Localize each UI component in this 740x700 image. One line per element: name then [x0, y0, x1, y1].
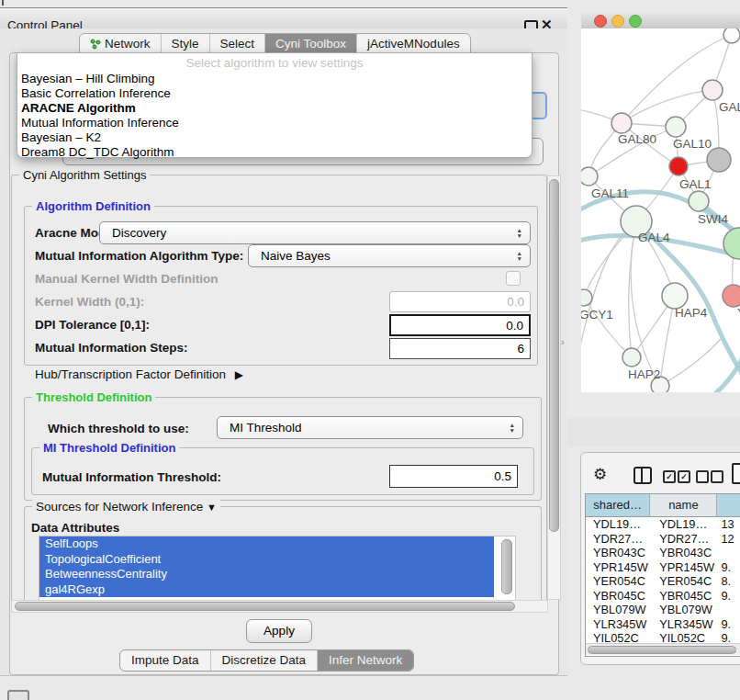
algorithm-option-bayesian-k2[interactable]: Bayesian – K2 [17, 130, 532, 145]
node-gal11[interactable] [581, 167, 598, 186]
attribute-topologicalcoefficient[interactable]: TopologicalCoefficient [39, 552, 494, 568]
algorithm-dropdown-list: Select algorithm to view settings Bayesi… [17, 52, 533, 158]
aracne-mode-combo[interactable]: Discovery ▲▼ [99, 221, 531, 244]
which-threshold-combo[interactable]: MI Threshold ▲▼ [217, 416, 523, 439]
node-label: GAL1 [679, 177, 712, 191]
spinner-arrows-icon: ▲▼ [517, 228, 530, 238]
manual-kernel-checkbox[interactable] [506, 271, 521, 286]
zoom-window-icon[interactable] [629, 15, 642, 28]
algorithm-option-aracne-algorithm[interactable]: ARACNE Algorithm [17, 101, 532, 116]
algorithm-option-bayesian-hill-climbing[interactable]: Bayesian – Hill Climbing [17, 72, 532, 86]
table-cell: YDR27… [650, 532, 717, 547]
table-row[interactable]: YBR045CYBR045C9. [586, 589, 740, 604]
table-cell [717, 603, 740, 617]
horizontal-scroll-thumb[interactable] [15, 602, 515, 611]
table-cell: 12 [717, 532, 740, 547]
minimize-window-icon[interactable] [611, 15, 624, 28]
column-header-shared[interactable]: shared… [586, 494, 650, 516]
mi-algorithm-type-combo[interactable]: Naive Bayes ▲▼ [248, 244, 531, 267]
node-label: GCY1 [581, 308, 613, 322]
apply-button[interactable]: Apply [246, 619, 312, 643]
table-scroll-thumb[interactable] [588, 646, 736, 654]
dropdown-items: Bayesian – Hill ClimbingBasic Correlatio… [17, 72, 532, 160]
tab-select[interactable]: Select [209, 34, 265, 54]
node-y[interactable] [723, 285, 740, 307]
table-cell: 13 [717, 517, 740, 532]
node-label: GAL4 [638, 231, 670, 244]
select-all-check-icon[interactable]: ✓ [663, 470, 676, 483]
table-horizontal-scrollbar[interactable] [586, 643, 740, 655]
node-gcy1[interactable] [581, 289, 592, 306]
mi-steps-field[interactable]: 6 [389, 338, 531, 359]
tab-discretize-data[interactable]: Discretize Data [210, 650, 318, 671]
attribute-selfloops[interactable]: SelfLoops [39, 536, 494, 552]
algorithm-option-dream8-dc-tdc-algorithm[interactable]: Dream8 DC_TDC Algorithm [17, 145, 532, 160]
page-icon[interactable] [732, 463, 740, 484]
attribute-gal4rgexp[interactable]: gal4RGexp [39, 582, 494, 598]
tab-impute-data[interactable]: Impute Data [120, 650, 210, 671]
close-window-icon[interactable] [594, 15, 607, 28]
list-scroll-thumb[interactable] [501, 539, 512, 594]
table-cell: YBR045C [650, 589, 717, 604]
node-hap2[interactable] [622, 348, 641, 367]
node-unlabeled[interactable] [707, 148, 731, 172]
hub-section-toggle[interactable]: Hub/Transcription Factor Definition ▶ [35, 367, 243, 381]
table-cell: YDL19… [650, 517, 717, 532]
column-divider [641, 469, 643, 482]
node-hap4[interactable] [662, 283, 688, 309]
table-row[interactable]: YER054CYER054C8. [586, 574, 740, 589]
node-unlabeled[interactable] [723, 28, 740, 43]
vertical-scroll-thumb[interactable] [549, 179, 559, 532]
node-gal1[interactable] [669, 157, 688, 175]
tab-style[interactable]: Style [161, 34, 209, 54]
node-label: HAP4 [675, 306, 708, 320]
collapsed-panel-icon[interactable] [7, 690, 29, 700]
table-row[interactable]: YBL079WYBL079W [586, 603, 740, 617]
table-row[interactable]: YDR27…YDR27…12 [586, 532, 740, 547]
node-gal80[interactable] [611, 113, 632, 133]
settings-horizontal-scrollbar[interactable] [11, 600, 548, 613]
bottom-tab-bar: Impute DataDiscretize DataInfer Network [119, 649, 414, 672]
tab-cyni-toolbox[interactable]: Cyni Toolbox [264, 34, 356, 54]
chevron-down-icon[interactable]: ▼ [207, 502, 217, 513]
column-layout-icon[interactable] [633, 467, 652, 484]
table-cell: YLR345W [586, 617, 650, 632]
node-table[interactable]: shared…name YDL19…YDL19…13YDR27…YDR27…12… [585, 493, 740, 657]
tab-jactivemnodules[interactable]: jActiveMNodules [356, 34, 470, 54]
mi-algorithm-type-label: Mutual Information Algorithm Type: [35, 249, 243, 263]
table-row[interactable]: YDL19…YDL19…13 [586, 517, 740, 532]
algorithm-option-mutual-information-inference[interactable]: Mutual Information Inference [17, 116, 532, 130]
node-gal2[interactable] [702, 80, 723, 100]
settings-vertical-scrollbar[interactable] [547, 175, 561, 600]
network-canvas[interactable]: GAL2GAL80GAL10GAL1GAL11SWI4GAL4HAP4YGCY1… [581, 28, 740, 392]
dpi-tolerance-field[interactable]: 0.0 [389, 314, 531, 336]
tab-network[interactable]: Network [80, 34, 161, 54]
deselect-all-box-icon[interactable] [711, 470, 723, 483]
table-row[interactable]: YBR043CYBR043C [586, 546, 740, 560]
data-attributes-list[interactable]: SelfLoopsTopologicalCoefficientBetweenne… [39, 536, 516, 601]
kernel-width-label: Kernel Width (0,1): [35, 295, 144, 309]
network-window-titlebar[interactable] [581, 12, 740, 29]
mi-threshold-field[interactable]: 0.5 [389, 465, 518, 488]
table-row[interactable]: YPR145WYPR145W9. [586, 560, 740, 575]
tab-label: Network [105, 34, 151, 54]
table-header-row: shared…name [586, 494, 740, 517]
select-all-check-icon[interactable]: ✓ [678, 470, 690, 483]
tab-infer-network[interactable]: Infer Network [317, 650, 413, 671]
deselect-all-box-icon[interactable] [696, 470, 709, 483]
kernel-width-field[interactable]: 0.0 [389, 291, 531, 312]
tab-label: Style [172, 34, 199, 54]
column-header-hidden[interactable] [717, 494, 740, 516]
attribute-betweennesscentrality[interactable]: BetweennessCentrality [39, 567, 494, 582]
network-graph[interactable]: GAL2GAL80GAL10GAL1GAL11SWI4GAL4HAP4YGCY1… [581, 28, 740, 392]
panel-splitter-arrow[interactable]: › [561, 336, 565, 347]
table-cell: YER054C [650, 574, 717, 589]
network-icon [90, 39, 101, 50]
node-gal10[interactable] [666, 117, 686, 137]
node-swi4[interactable] [689, 191, 709, 211]
table-row[interactable]: YLR345WYLR345W9. [586, 617, 740, 632]
algorithm-option-basic-correlation-inference[interactable]: Basic Correlation Inference [17, 86, 532, 101]
table-settings-gear-icon[interactable]: ⚙ [593, 465, 607, 484]
table-cell: YDL19… [586, 517, 650, 532]
column-header-name[interactable]: name [650, 494, 717, 516]
